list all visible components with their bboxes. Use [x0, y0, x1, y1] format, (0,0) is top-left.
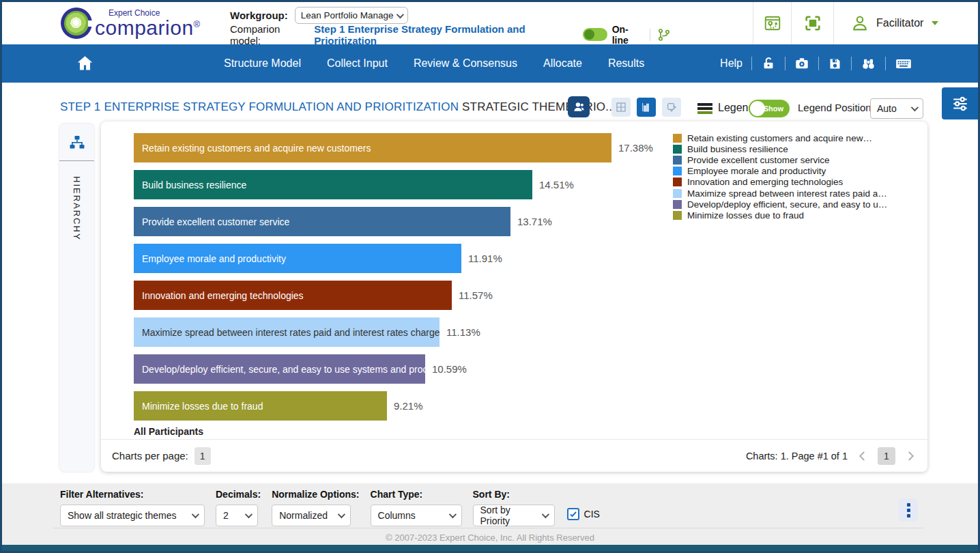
legend-item: Employee morale and productivity [673, 166, 887, 177]
filter-select-normalize-options-[interactable]: Normalized [272, 505, 351, 526]
filter-select-filter-alternatives-[interactable]: Show all strategic themes [60, 505, 205, 526]
legend-swatch [673, 178, 682, 186]
nav-utilities: Help [720, 55, 912, 72]
toggle-knob [584, 29, 594, 40]
legend-item-label: Build business resilience [687, 144, 788, 154]
participants-icon [573, 100, 586, 113]
workgroup-label: Workgroup: [230, 10, 288, 21]
bar-segment[interactable]: Develop/deploy efficient, secure, and ea… [134, 354, 425, 384]
bar-segment[interactable]: Build business resilience [134, 170, 532, 199]
tour-button[interactable] [753, 2, 791, 44]
bar-label: Build business resilience [142, 180, 246, 190]
legend-swatch [673, 145, 682, 154]
more-options-button[interactable] [899, 498, 918, 522]
legend-position-select[interactable]: Auto [870, 98, 923, 119]
nav-item-collect-input[interactable]: Collect Input [327, 57, 388, 70]
grid-view-button[interactable] [611, 98, 631, 117]
bar-segment[interactable]: Employee morale and productivity [134, 244, 461, 273]
bar-label: Provide excellent customer service [142, 216, 289, 227]
nav-item-review-consensus[interactable]: Review & Consensus [414, 57, 517, 70]
keyboard-icon[interactable] [895, 55, 912, 72]
brand-logo[interactable]: Expert Choice comparion® [2, 2, 220, 44]
legend-item: Provide excellent customer service [673, 154, 887, 165]
divider [885, 57, 886, 70]
cis-checkbox-wrap[interactable]: CIS [567, 508, 600, 520]
bar-row: Employee morale and productivity11.91% [134, 244, 653, 273]
legend-item-label: Maximize spread between interest rates p… [687, 188, 887, 199]
model-info-section: Workgroup: Lean Portfolio Manage Compari… [220, 2, 671, 44]
hierarchy-side-panel: HIERARCHY [59, 124, 94, 472]
help-link[interactable]: Help [720, 57, 743, 70]
binoculars-icon[interactable] [861, 56, 876, 72]
filter-select-decimals-[interactable]: 2 [216, 505, 258, 526]
chevron-left-icon[interactable] [856, 450, 869, 462]
chart-legend: Retain existing customers and acquire ne… [673, 132, 887, 221]
participants-button[interactable] [568, 96, 590, 117]
divider [851, 57, 852, 70]
filter-group: Chart Type:Columns [371, 489, 462, 526]
app-header: Expert Choice comparion® Workgroup: Lean… [2, 2, 978, 44]
bar-segment[interactable]: Retain existing customers and acquire ne… [134, 133, 611, 162]
main-content: STEP 1 ENTERPRISE STRATEGY FORMULATION A… [2, 83, 978, 483]
chart-options-panel: Filter Alternatives:Show all strategic t… [2, 483, 978, 551]
chart-view-button[interactable] [637, 98, 656, 117]
chevron-down-icon [911, 104, 919, 111]
legend-item: Develop/deploy efficient, secure, and ea… [673, 199, 887, 210]
user-name-label: Facilitator [876, 17, 923, 29]
filter-label: Filter Alternatives: [60, 489, 205, 500]
online-toggle[interactable] [583, 28, 607, 41]
filter-group: Normalize Options:Normalized [272, 489, 359, 526]
camera-icon[interactable] [794, 56, 809, 71]
bar-segment[interactable]: Maximize spread between interest rates p… [134, 317, 439, 347]
comparion-app-window: Expert Choice comparion® Workgroup: Lean… [0, 0, 980, 553]
nav-item-allocate[interactable]: Allocate [543, 57, 582, 70]
legend-show-toggle[interactable]: Show [749, 100, 790, 117]
chevron-down-icon [541, 511, 549, 518]
settings-panel-button[interactable] [942, 87, 978, 119]
bottom-accent-band [2, 545, 978, 551]
chart-view-toggle-group [611, 98, 681, 117]
workgroup-select[interactable]: Lean Portfolio Manage [295, 7, 408, 24]
bar-segment[interactable]: Minimize losses due to fraud [134, 391, 387, 421]
workgroup-value: Lean Portfolio Manage [301, 10, 394, 20]
unlock-icon[interactable] [761, 56, 776, 71]
user-menu[interactable]: Facilitator [833, 2, 978, 44]
filter-label: Normalize Options: [272, 489, 359, 500]
divider [59, 160, 94, 161]
legend-item-label: Minimize losses due to fraud [687, 210, 804, 221]
copy-view-button[interactable] [662, 98, 681, 117]
bar-segment[interactable]: Provide excellent customer service [134, 207, 510, 236]
filter-select-chart-type-[interactable]: Columns [371, 505, 462, 526]
bar-row: Innovation and emerging technologies11.5… [134, 281, 653, 310]
hierarchy-tab-label[interactable]: HIERARCHY [72, 176, 82, 241]
model-label: Comparion model: [230, 23, 308, 46]
branch-icon[interactable] [657, 28, 671, 42]
legend-swatch [673, 134, 682, 143]
charts-per-page-label: Charts per page: [112, 450, 188, 462]
filter-select-value: Show all strategic themes [68, 510, 177, 521]
save-icon[interactable] [828, 57, 842, 71]
filters-row: Filter Alternatives:Show all strategic t… [60, 489, 600, 526]
bar-segment[interactable]: Innovation and emerging technologies [134, 281, 452, 310]
model-name-link[interactable]: Step 1 Enterprise Strategy Formulation a… [314, 23, 574, 46]
legend-swatch [673, 200, 682, 209]
hierarchy-icon[interactable] [69, 134, 85, 151]
main-nav: Structure ModelCollect InputReview & Con… [2, 44, 978, 83]
nav-item-structure-model[interactable]: Structure Model [224, 57, 301, 70]
filter-select-sort-by-[interactable]: Sort by Priority [473, 505, 555, 526]
fullscreen-button[interactable] [791, 2, 833, 44]
cis-checkbox[interactable] [567, 508, 579, 520]
current-page-button[interactable]: 1 [878, 447, 895, 465]
cis-label: CIS [584, 509, 600, 520]
bar-value-label: 9.21% [394, 400, 423, 412]
bar-label: Retain existing customers and acquire ne… [142, 143, 371, 154]
nav-item-results[interactable]: Results [608, 57, 644, 70]
legend-swatch [673, 211, 682, 220]
legend-item: Maximize spread between interest rates p… [673, 188, 887, 199]
charts-per-page-value[interactable]: 1 [194, 447, 211, 465]
chevron-right-icon[interactable] [904, 450, 917, 462]
bar-chart: Retain existing customers and acquire ne… [134, 133, 653, 428]
home-button[interactable] [76, 54, 94, 72]
bar-row: Develop/deploy efficient, secure, and ea… [134, 354, 653, 384]
chevron-down-icon [396, 10, 403, 18]
